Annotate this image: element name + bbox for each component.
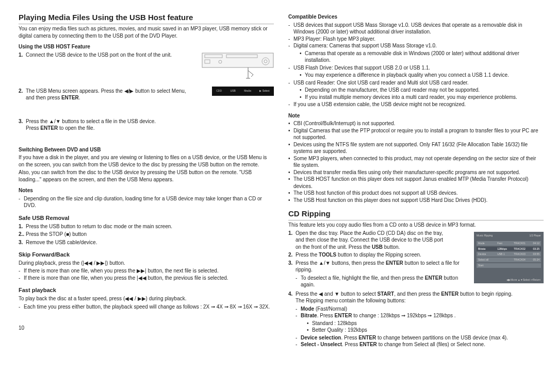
safe-removal-steps: 1.Press the USB button to return to disc…	[19, 223, 274, 246]
step-3: Press the ▲/▼ buttons to select a file i…	[26, 118, 274, 132]
fast-heading: Fast playback	[19, 286, 274, 294]
note-heading: Note	[288, 112, 544, 120]
section-title-usb-host: Playing Media Files Using the USB Host f…	[19, 12, 274, 24]
left-column: Playing Media Files Using the USB Host f…	[19, 12, 274, 392]
svg-rect-0	[202, 53, 273, 67]
step-2: The USB Menu screen appears. Press the ◀…	[26, 88, 207, 101]
note-list: CBI (Control/Bulk/Interrupt) is not supp…	[288, 120, 544, 203]
notes-heading: Notes	[19, 187, 274, 194]
skip-list: If there is more than one file, when you…	[19, 267, 274, 281]
using-usb-host-heading: Using the USB HOST Feature	[19, 43, 274, 50]
usb-host-steps-3: 3.Press the ▲/▼ buttons to select a file…	[19, 118, 274, 132]
right-column: Compatible Devices USB devices that supp…	[288, 12, 544, 392]
dvd-player-illustration	[202, 53, 274, 83]
safe-removal-heading: Safe USB Removal	[19, 214, 274, 222]
ripping-screen-illustration: Music Ripping1/2 Player ModeFastTRACK010…	[474, 232, 544, 283]
usb-menu-illustration: CDD USB Media ▶ Select	[212, 87, 274, 96]
fast-list: Each time you press either button, the p…	[19, 303, 274, 311]
switch-p2: Also, you can switch from the disc to th…	[19, 169, 274, 183]
notes-list: Depending on the file size and clip dura…	[19, 195, 274, 209]
compatible-heading: Compatible Devices	[288, 13, 544, 21]
switching-heading: Switching Between DVD and USB	[19, 146, 274, 154]
skip-intro: During playback, press the (|◀◀ / ▶▶|) b…	[19, 260, 274, 267]
step-1: Connect the USB device to the USB port o…	[26, 52, 196, 59]
page-number: 10	[19, 325, 274, 332]
fast-intro: To play back the disc at a faster speed,…	[19, 295, 274, 302]
cd-intro: This feature lets you copy audio files f…	[288, 221, 544, 229]
intro-text: You can enjoy media files such as pictur…	[19, 25, 274, 39]
compatible-list: USB devices that support USB Mass Storag…	[288, 22, 544, 108]
skip-heading: Skip Forward/Back	[19, 251, 274, 259]
section-title-cd-ripping: CD Ripping	[288, 209, 544, 220]
switch-p1: If you have a disk in the player, and yo…	[19, 154, 274, 168]
manual-page: Playing Media Files Using the USB Host f…	[0, 0, 557, 392]
